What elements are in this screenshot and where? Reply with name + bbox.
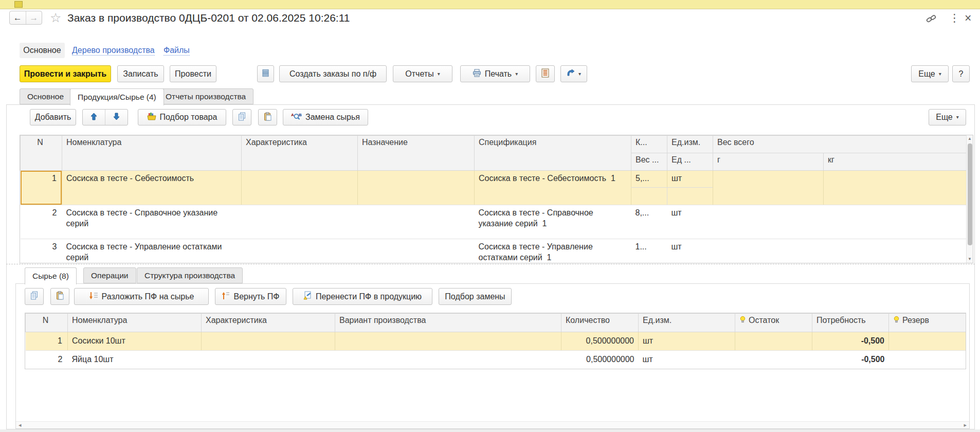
top-strip: [0, 0, 980, 9]
col-header-stock[interactable]: Остаток: [735, 314, 812, 332]
col-header-nomenclature[interactable]: Номенклатура: [68, 314, 202, 332]
cell-qty: 5,...: [631, 171, 667, 205]
cell-reserve: [889, 332, 966, 351]
more-menu-icon[interactable]: ⋮: [949, 12, 960, 24]
cell-nomenclature: Сосиска в тесте - Себестоимость: [62, 171, 242, 205]
reports-dropdown-button[interactable]: Отчеты ▾: [393, 65, 452, 82]
top-strip-app-icon[interactable]: [14, 1, 23, 8]
products-more-button[interactable]: Еще ▾: [929, 109, 966, 125]
add-row-button[interactable]: Добавить: [30, 109, 76, 125]
col-header-n[interactable]: N: [26, 314, 68, 332]
cell-kilograms: [824, 205, 967, 239]
nav-link-files[interactable]: Файлы: [164, 46, 190, 56]
col-header-variant[interactable]: Вариант производства: [335, 314, 561, 332]
close-icon[interactable]: ×: [965, 11, 971, 25]
help-button[interactable]: ?: [952, 65, 970, 82]
registers-report-button[interactable]: [536, 65, 555, 82]
nav-pill-main[interactable]: Основное: [20, 43, 65, 58]
col-header-weight-unit[interactable]: Ед ...: [667, 153, 713, 171]
tab-products-materials[interactable]: Продукция/Сырье (4): [70, 88, 164, 105]
copy-icon: [30, 291, 38, 302]
col-header-characteristic[interactable]: Характеристика: [202, 314, 335, 332]
post-and-close-button[interactable]: Провести и закрыть: [20, 65, 111, 82]
cell-variant: [335, 332, 561, 351]
col-header-characteristic[interactable]: Характеристика: [242, 136, 358, 171]
products-row-3[interactable]: 3 Сосиска в тесте - Управление остатками…: [21, 239, 967, 264]
col-header-weight-total[interactable]: Вес всего: [713, 136, 967, 153]
col-header-unit[interactable]: Ед.изм.: [667, 136, 713, 153]
tab-production-reports[interactable]: Отчеты производства: [158, 88, 253, 104]
svg-text:A: A: [291, 113, 294, 117]
col-header-unit[interactable]: Ед.изм.: [639, 314, 735, 332]
col-header-kilograms[interactable]: кг: [824, 153, 967, 171]
sections-splitter[interactable]: [6, 264, 975, 265]
return-pf-button[interactable]: Вернуть ПФ: [215, 288, 286, 305]
history-nav-group: ← →: [9, 11, 42, 25]
back-button[interactable]: ←: [10, 11, 26, 24]
cell-n: 1: [21, 171, 62, 205]
copy-row-button[interactable]: [232, 109, 251, 125]
col-header-grams[interactable]: г: [713, 153, 824, 171]
materials-paste-button[interactable]: [50, 288, 69, 305]
cell-need: -0,500: [812, 351, 889, 369]
col-header-purpose[interactable]: Назначение: [358, 136, 475, 171]
materials-row-2[interactable]: 2 Яйца 10шт 0,500000000 шт -0,500: [26, 351, 966, 369]
more-actions-button[interactable]: Еще ▾: [911, 65, 949, 82]
get-link-icon[interactable]: [925, 13, 937, 26]
move-row-down-button[interactable]: [105, 110, 128, 125]
tab-materials[interactable]: Сырье (8): [25, 267, 77, 284]
create-based-on-button[interactable]: ▾: [560, 65, 587, 82]
document-movements-button[interactable]: [257, 65, 274, 82]
scroll-up-icon[interactable]: ▲: [967, 137, 973, 141]
col-header-n[interactable]: N: [21, 136, 62, 171]
cell-stock: [735, 332, 812, 351]
products-table-region: N Номенклатура Характеристика Назначение…: [20, 135, 973, 263]
dropdown-caret-icon: ▾: [438, 71, 440, 77]
save-button[interactable]: Записать: [117, 65, 164, 82]
materials-row-1[interactable]: 1 Сосиски 10шт 0,500000000 шт -0,500: [26, 332, 966, 351]
forward-button[interactable]: →: [26, 11, 42, 24]
col-header-qty[interactable]: К...: [631, 136, 667, 153]
move-pf-to-products-button[interactable]: Перенести ПФ в продукцию: [293, 288, 432, 305]
products-row-2[interactable]: 2 Сосиска в тесте - Справочное указание …: [21, 205, 967, 239]
col-header-nomenclature[interactable]: Номенклатура: [62, 136, 242, 171]
tab-main[interactable]: Основное: [20, 88, 71, 104]
cell-n: 3: [21, 239, 62, 264]
tab-production-structure[interactable]: Структура производства: [137, 267, 243, 283]
tab-operations[interactable]: Операции: [83, 267, 136, 283]
pick-goods-button[interactable]: Подбор товара: [138, 109, 226, 125]
cell-characteristic: [242, 171, 358, 205]
scroll-left-icon[interactable]: ◂: [19, 422, 22, 428]
selected-row-subgrid-line: [631, 187, 713, 188]
pick-replacement-button[interactable]: Подбор замены: [439, 288, 512, 305]
cell-nomenclature: Сосиски 10шт: [68, 332, 202, 351]
post-button[interactable]: Провести: [170, 65, 216, 82]
products-vscroll-thumb[interactable]: [968, 143, 972, 245]
favorite-star-icon[interactable]: ☆: [50, 10, 61, 25]
products-vscrollbar[interactable]: ▲ ▼: [966, 135, 973, 263]
replace-materials-button[interactable]: A B Замена сырья: [283, 109, 368, 125]
cell-grams: [713, 239, 824, 264]
products-row-1[interactable]: 1 Сосиска в тесте - Себестоимость Сосиск…: [21, 171, 967, 205]
print-dropdown-button[interactable]: Печать ▾: [460, 65, 530, 82]
col-header-reserve[interactable]: Резерв: [889, 314, 966, 332]
cell-nomenclature: Яйца 10шт: [68, 351, 202, 369]
scroll-right-icon[interactable]: ▸: [964, 422, 967, 428]
materials-hscrollbar[interactable]: ◂ ▸: [16, 421, 969, 428]
explode-pf-button[interactable]: Разложить ПФ на сырье: [74, 288, 209, 305]
paste-row-button[interactable]: [258, 109, 277, 125]
col-header-qty[interactable]: Количество: [561, 314, 639, 332]
cell-qty: 8,...: [631, 205, 667, 239]
col-header-need[interactable]: Потребность: [812, 314, 889, 332]
bulb-icon: [893, 316, 900, 325]
cell-stock: [735, 351, 812, 369]
cell-n: 2: [21, 205, 62, 239]
nav-link-production-tree[interactable]: Дерево производства: [72, 46, 155, 56]
cell-specification: Сосиска в тесте - Себестоимость 1: [475, 171, 631, 205]
materials-copy-button[interactable]: [25, 288, 44, 305]
scroll-down-icon[interactable]: ▼: [967, 257, 973, 261]
move-row-up-button[interactable]: [83, 110, 105, 125]
col-header-weight[interactable]: Вес ...: [631, 153, 667, 171]
col-header-specification[interactable]: Спецификация: [475, 136, 631, 171]
create-orders-button[interactable]: Создать заказы по п/ф: [279, 65, 387, 82]
